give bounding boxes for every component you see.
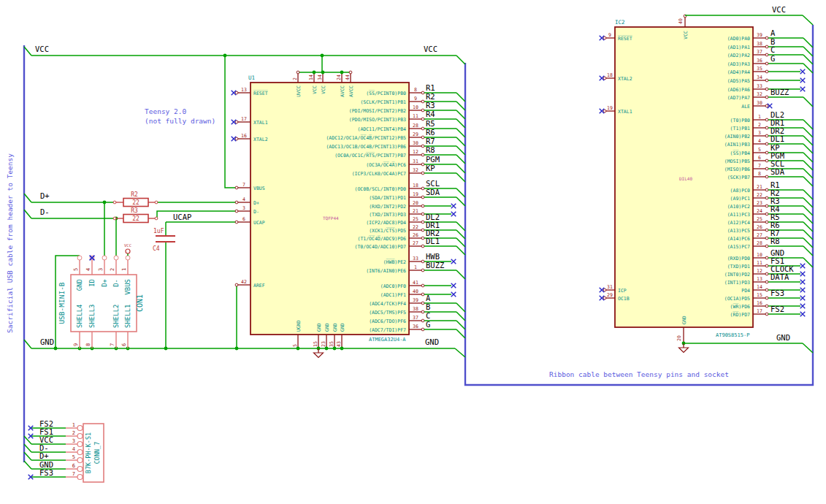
pin-name: (T1)PB1 <box>730 126 750 131</box>
pin-end-circle <box>765 151 768 154</box>
no-connect-x <box>800 296 806 301</box>
net-label: G <box>426 320 430 329</box>
pin-end-circle <box>421 172 424 175</box>
no-connect-x <box>451 212 456 217</box>
pin-name: SHELL3 <box>88 304 96 328</box>
pin-name: UGND <box>296 320 302 332</box>
pin-name: (H̅W̅B̅)PE2 <box>383 259 406 264</box>
no-connect-x <box>800 280 806 285</box>
pin-end-circle <box>421 136 424 139</box>
pin-number: 2 <box>292 77 298 80</box>
pin-number: 36 <box>413 324 418 329</box>
pin-number: 28 <box>757 240 762 246</box>
pin-name: (AD3)PA3 <box>727 61 750 67</box>
pin-end-circle <box>77 475 83 480</box>
pin-name: SHELL4 <box>76 304 83 328</box>
pin-name: (OC0B/SCL/INT0)PD0 <box>355 186 407 192</box>
pin-name: SHELL2 <box>112 304 120 328</box>
pin-end-circle <box>765 205 768 207</box>
pin-number: 12 <box>413 149 418 155</box>
pin-name: GND <box>76 279 83 291</box>
pin-name: (AD1)PA1 <box>727 45 750 50</box>
pin-number: 25 <box>413 216 418 222</box>
net-label: R5 <box>426 119 435 128</box>
pin-number: 28 <box>413 123 418 129</box>
pin-name: ALE <box>741 104 750 110</box>
pin-number: 5 <box>73 268 79 271</box>
bus-entry <box>456 312 465 321</box>
pin-name: (SCK)PB7 <box>727 175 750 180</box>
pin-name: (ADC4/TCK)PF4 <box>369 301 406 307</box>
pin-end-circle <box>765 62 768 65</box>
bus-entry <box>803 206 813 215</box>
capacitor-value: 1uF <box>153 228 164 234</box>
net-label: C <box>770 45 775 54</box>
no-connect-x <box>800 272 806 277</box>
net-label-gnd: GND <box>776 333 790 342</box>
junction-dot <box>340 347 344 351</box>
pin-number: 1 <box>121 268 127 271</box>
pin-number: 26 <box>757 224 762 230</box>
pin-end-circle <box>349 71 352 74</box>
pin-name: (S̅S̅/PCINT0)PB0 <box>366 90 406 96</box>
bus-entry <box>803 136 813 145</box>
pin-name: (TXD)PD1 <box>727 264 750 270</box>
bus-entry <box>803 169 813 178</box>
u1-ref: U1 <box>248 75 255 81</box>
bus-entry <box>803 177 813 186</box>
pin-end-circle <box>421 269 424 272</box>
vcc-flag <box>126 249 130 253</box>
pin-name: D- <box>253 209 259 215</box>
pin-end-circle <box>765 37 768 39</box>
bus-entry <box>803 230 813 240</box>
bus-entry <box>803 153 813 162</box>
pin-number: 16 <box>757 300 762 306</box>
junction-dot <box>313 71 316 75</box>
pin-number: 23 <box>757 200 762 206</box>
pin-end-circle <box>421 205 424 207</box>
net-label-vcc: VCC <box>35 45 49 53</box>
pin-end-circle <box>113 217 116 220</box>
pin-name: (A15)PC7 <box>727 244 750 250</box>
bus-entry <box>803 128 813 137</box>
bus-entry <box>456 238 465 247</box>
net-label: SDA <box>770 167 785 176</box>
net-label-dplus: D+ <box>40 191 50 200</box>
pin-number: 11 <box>757 260 762 266</box>
pin-name: VBUS <box>124 279 131 295</box>
pin-name: (AD5)PA5 <box>727 78 750 84</box>
pin-number: 23 <box>321 341 326 347</box>
pin-number: 4 <box>85 268 91 271</box>
pin-number: 3 <box>72 438 75 444</box>
pin-name: (SDA/INT1)PD1 <box>369 195 406 201</box>
pin-end-circle <box>114 256 118 260</box>
pin-end-circle <box>765 213 768 215</box>
net-label-gnd: GND <box>425 337 439 346</box>
pin-number: 14 <box>757 284 762 290</box>
no-connect-x <box>800 288 806 293</box>
pin-number: 5 <box>758 147 761 153</box>
bus-entry <box>456 329 465 338</box>
pin-number: 20 <box>676 335 682 341</box>
pin-name: D+ <box>253 200 259 206</box>
pin-end-circle <box>77 256 82 260</box>
resistor-ref: R3 <box>131 207 138 214</box>
pin-number: 33 <box>413 256 418 261</box>
con1-ref: CON1 <box>136 294 144 312</box>
pin-number: 9 <box>414 96 417 102</box>
net-label: B <box>426 302 430 311</box>
pin-name: (A14)PC6 <box>727 236 750 242</box>
no-connect-x <box>800 264 806 269</box>
pin-name: (AD2)PA2 <box>727 53 750 58</box>
pin-name: (T0/OC4D/ADC10)PD7 <box>355 244 407 250</box>
pin-end-circle <box>421 328 424 331</box>
bus-entry <box>456 303 465 312</box>
bus-entry <box>456 246 465 255</box>
pin-end-circle <box>235 186 238 189</box>
bus-entry <box>803 47 813 56</box>
u1-part: ATMEGA32U4-A <box>369 337 406 343</box>
pin-name: (T0)PB0 <box>730 118 750 123</box>
pin-name: (XCK1/C̅T̅S̅)PD5 <box>369 227 406 233</box>
pin-name: (ADC0)PF0 <box>381 283 406 289</box>
net-label: R7 <box>426 137 435 145</box>
